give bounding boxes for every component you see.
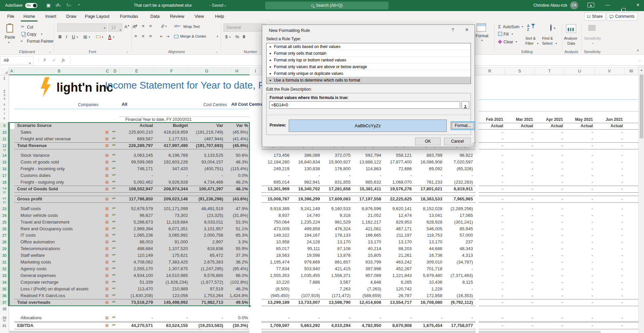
decrease-indent-icon[interactable]: ⇤	[160, 34, 163, 39]
cancel-entry-icon[interactable]: ✗	[43, 56, 46, 64]
rule-type-option[interactable]: ►Format only cells that contain	[267, 50, 471, 57]
align-middle-icon[interactable]: ≡	[142, 23, 145, 29]
align-bottom-icon[interactable]: ≡	[149, 23, 152, 29]
companies-value[interactable]: All	[122, 102, 127, 107]
analyze-data-button[interactable]: Analyze	[564, 36, 577, 40]
comments-button[interactable]: Comments	[607, 12, 638, 20]
row-note-icon[interactable]: “”	[112, 315, 115, 322]
percent-format-icon[interactable]: %	[235, 34, 239, 39]
redo-icon[interactable]: ↻▾	[66, 3, 71, 8]
font-color-dropdown-icon[interactable]: ▾	[113, 36, 114, 39]
autosum-dropdown-icon[interactable]: ▾	[522, 25, 523, 28]
fill-button[interactable]: Fill	[504, 32, 509, 37]
format-cells-button[interactable]: Format	[476, 34, 488, 38]
minimize-icon[interactable]: —	[604, 2, 611, 7]
font-color-icon[interactable]: A	[108, 35, 111, 40]
copy-button[interactable]: Copy	[27, 32, 36, 37]
copy-dropdown-icon[interactable]: ▾	[41, 33, 42, 36]
share-button[interactable]: Share	[584, 12, 606, 20]
row-link-icon[interactable]: ⊞	[105, 322, 109, 329]
customize-qat-icon[interactable]: ▿	[78, 3, 80, 6]
currency-dropdown-icon[interactable]: ▾	[229, 36, 231, 39]
tab-formulas[interactable]: Formulas	[116, 11, 143, 21]
rule-type-option[interactable]: ►Format only values that are above or be…	[267, 63, 471, 70]
orientation-dropdown-icon[interactable]: ▾	[165, 25, 167, 28]
save-icon[interactable]: ▣	[46, 3, 50, 8]
format-painter-button[interactable]: Format Painter	[27, 39, 53, 44]
autosave-toggle[interactable]: On	[25, 3, 37, 8]
sort-filter-button[interactable]: Sort &	[525, 36, 536, 40]
find-select-button[interactable]: Find &	[542, 36, 553, 40]
find-dropdown-icon[interactable]: ▾	[556, 42, 557, 45]
rule-type-option[interactable]: ►Format only unique or duplicate values	[267, 70, 471, 77]
tab-file[interactable]: File	[5, 11, 16, 21]
fill-dropdown-icon[interactable]: ▾	[512, 33, 513, 36]
row-note-icon[interactable]: “”	[112, 322, 115, 330]
tab-help[interactable]: Help	[211, 11, 228, 21]
align-top-icon[interactable]: ≡	[134, 23, 137, 29]
autosum-button[interactable]: AutoSum	[503, 25, 519, 29]
dialog-close-icon[interactable]: ✕	[462, 27, 472, 32]
fill-handle[interactable]	[248, 305, 251, 307]
fill-color-icon[interactable]	[96, 36, 100, 38]
tab-review[interactable]: Review	[167, 11, 187, 21]
rule-type-list[interactable]: ►Format all cells based on their values►…	[266, 43, 471, 84]
rule-formula-input[interactable]: =$G14<0	[269, 101, 460, 109]
tab-insert[interactable]: Insert	[42, 11, 60, 21]
clipboard-launcher-icon[interactable]: ⌟	[49, 50, 50, 53]
paste-button[interactable]: Paste ▾	[3, 23, 17, 48]
ok-button[interactable]: OK	[415, 138, 441, 145]
wrap-text-button[interactable]: Wrap Text	[183, 25, 200, 29]
cost-centres-value[interactable]: All Cost Centres	[231, 102, 265, 107]
alignment-launcher-icon[interactable]: ⌟	[216, 50, 217, 53]
comma-format-icon[interactable]: 9	[243, 34, 245, 39]
name-box[interactable]: A9▾	[0, 56, 34, 64]
italic-button[interactable]: I	[66, 34, 67, 39]
sort-filter-button-2[interactable]: Filter	[525, 41, 533, 45]
tab-data[interactable]: Data	[147, 11, 163, 21]
font-launcher-icon[interactable]: ⌟	[126, 50, 128, 53]
align-center-icon[interactable]: ≡	[142, 34, 145, 39]
increase-font-icon[interactable]: A▲	[124, 24, 130, 29]
increase-indent-icon[interactable]: ⇥	[166, 34, 169, 39]
merge-center-button[interactable]: Merge & Center	[180, 34, 206, 38]
analyze-data-button-2[interactable]: Data	[567, 41, 575, 45]
rule-type-option[interactable]: ►Format all cells based on their values	[267, 43, 471, 50]
tab-home[interactable]: Home	[21, 11, 38, 21]
collapse-ribbon-icon[interactable]: ∧	[637, 48, 639, 52]
align-left-icon[interactable]: ≡	[134, 34, 137, 39]
merge-dropdown-icon[interactable]: ▾	[217, 35, 218, 38]
collapse-dialog-range-icon[interactable]: ▲	[461, 101, 469, 109]
sensitivity-button[interactable]: Sensitivity	[584, 36, 601, 40]
expand-formula-bar-icon[interactable]: ⌄	[639, 56, 641, 64]
search-input[interactable]: Search (Alt+Q)	[265, 2, 389, 9]
font-name-select[interactable]: ▾	[57, 23, 107, 32]
bold-button[interactable]: B	[58, 34, 62, 39]
font-size-select[interactable]: 12▾	[108, 23, 122, 32]
underline-button[interactable]: U	[72, 34, 75, 39]
format-button[interactable]: Format...	[451, 122, 475, 130]
borders-dropdown-icon[interactable]: ▾	[89, 36, 90, 39]
orientation-icon[interactable]: ab	[160, 23, 165, 29]
format-dropdown-icon[interactable]: ▾	[481, 39, 483, 42]
avatar[interactable]: CA	[570, 1, 578, 9]
rule-type-option[interactable]: ►Format only top or bottom ranked values	[267, 57, 471, 63]
tab-view[interactable]: View	[191, 11, 207, 21]
clear-dropdown-icon[interactable]: ▾	[516, 40, 517, 43]
currency-format-icon[interactable]: $	[225, 34, 228, 39]
cut-button[interactable]: Cut	[27, 25, 33, 30]
scroll-up-icon[interactable]: ▲	[639, 67, 644, 73]
ribbon-display-options-icon[interactable]: ▴	[588, 3, 594, 7]
align-right-icon[interactable]: ≡	[149, 34, 152, 39]
scrollbar-thumb[interactable]	[640, 75, 643, 138]
sort-dropdown-icon[interactable]: ▾	[537, 42, 538, 45]
row-link-icon[interactable]: ⊞	[105, 315, 109, 321]
borders-icon[interactable]: ⊞	[83, 34, 87, 40]
paste-dropdown-icon[interactable]: ▾	[8, 41, 9, 44]
clear-button[interactable]: Clear	[504, 40, 513, 44]
find-select-button-2[interactable]: Select	[542, 41, 553, 45]
tab-draw[interactable]: Draw	[64, 11, 79, 21]
confirm-entry-icon[interactable]: ✓	[52, 56, 56, 64]
insert-function-icon[interactable]: fx	[62, 56, 65, 64]
number-format-select[interactable]: General	[224, 23, 266, 32]
